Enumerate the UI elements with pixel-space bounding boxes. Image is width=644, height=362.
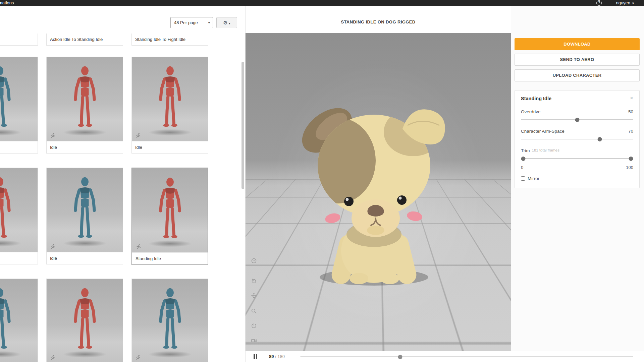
mannequin-figure [63, 175, 107, 244]
power-reset-icon[interactable] [251, 323, 257, 329]
animation-thumbnail [0, 168, 38, 252]
animation-thumbnail [132, 279, 208, 362]
animation-card[interactable]: Idle [46, 168, 123, 264]
send-to-aero-button[interactable]: SEND TO AERO [515, 54, 640, 66]
animation-card-partial[interactable]: Action Idle To Standing Idle [46, 34, 123, 46]
animation-thumbnail [0, 57, 38, 141]
frame-counter: 89 / 180 [269, 354, 285, 359]
arm-space-slider-handle[interactable] [597, 137, 602, 141]
export-panel: DOWNLOAD SEND TO AERO UPLOAD CHARACTER S… [511, 6, 644, 351]
run-animation-icon [50, 354, 56, 360]
pan-move-icon[interactable] [251, 293, 257, 299]
download-button[interactable]: DOWNLOAD [515, 38, 640, 50]
grid-settings-button[interactable]: ⚙▾ [216, 17, 237, 28]
arm-space-slider[interactable] [521, 137, 633, 141]
viewer-panel: STANDING IDLE ON DOG RIGGED [246, 6, 511, 351]
animation-card[interactable]: Idle [131, 57, 208, 154]
animation-card-partial[interactable]: Standing Idle To Fight Idle [131, 34, 208, 46]
animation-card-selected[interactable]: Standing Idle [131, 168, 208, 265]
animation-card-label: Action Idle To Standing Idle [50, 37, 103, 42]
animation-card[interactable] [46, 279, 123, 362]
viewer-title: STANDING IDLE ON DOG RIGGED [246, 6, 511, 33]
close-icon[interactable]: × [630, 96, 633, 101]
total-frames: 180 [277, 354, 285, 359]
run-animation-icon [135, 354, 141, 360]
animation-card[interactable] [0, 57, 38, 154]
trim-label: Trim [521, 148, 530, 153]
pause-button[interactable] [253, 354, 258, 359]
run-animation-icon [136, 244, 142, 250]
animation-thumbnail [47, 279, 123, 362]
settings-title: Standing Idle [521, 96, 551, 101]
chevron-down-icon: ▾ [208, 17, 210, 28]
viewport-toolbar [251, 309, 258, 345]
nav-animations-tab[interactable]: mations [0, 0, 14, 5]
trim-range-slider[interactable] [521, 157, 633, 161]
top-nav-bar: mations ? nguyen▼ [0, 0, 644, 6]
mannequin-figure [0, 64, 21, 133]
undo-icon[interactable] [251, 278, 257, 284]
arm-space-value: 70 [628, 129, 633, 134]
help-icon[interactable]: ? [596, 0, 602, 6]
animation-thumbnail [47, 57, 123, 141]
chevron-down-icon: ▾ [229, 21, 230, 25]
run-animation-icon [50, 243, 56, 249]
mannequin-figure [148, 286, 192, 355]
animation-card-label: Standing Idle [132, 252, 208, 264]
overdrive-slider-handle[interactable] [575, 118, 579, 122]
trim-start-handle[interactable] [521, 157, 525, 161]
animation-card[interactable] [0, 168, 38, 264]
username-label: nguyen [616, 0, 630, 5]
mannequin-figure [0, 286, 21, 355]
animation-card-label: Idle [47, 252, 123, 264]
mannequin-figure [148, 176, 192, 244]
animation-settings-card: Standing Idle × Overdrive 50 Character A… [515, 90, 640, 188]
animation-card-label [0, 141, 38, 153]
current-frame: 89 [269, 354, 274, 359]
user-menu[interactable]: nguyen▼ [616, 0, 635, 5]
run-animation-icon [135, 132, 141, 138]
animation-thumbnail [0, 279, 38, 362]
zoom-icon[interactable] [251, 308, 257, 314]
animation-card-label: Idle [47, 141, 123, 153]
animation-card-partial[interactable]: ight Idle [0, 34, 38, 46]
orbit-face-icon[interactable] [251, 258, 257, 264]
trim-max-value: 100 [626, 165, 633, 170]
mannequin-figure [63, 286, 107, 355]
character-model-dog [302, 94, 446, 288]
camera-icon[interactable] [251, 338, 257, 344]
mannequin-figure [0, 175, 21, 244]
viewport-canvas[interactable] [246, 33, 511, 351]
upload-character-button[interactable]: UPLOAD CHARACTER [515, 69, 640, 81]
list-scrollbar[interactable] [241, 62, 244, 189]
animation-card[interactable] [131, 279, 208, 362]
animation-card-label: Idle [132, 141, 208, 153]
animation-list-panel: ight Idle Action Idle To Standing Idle S… [0, 6, 246, 362]
per-page-value: 48 Per page [174, 20, 198, 25]
mannequin-figure [63, 64, 107, 133]
arm-space-label: Character Arm-Space [521, 129, 565, 134]
mannequin-figure [148, 64, 192, 133]
chevron-down-icon: ▼ [632, 2, 635, 5]
per-page-select[interactable]: 48 Per page ▾ [170, 17, 213, 28]
overdrive-value: 50 [628, 109, 633, 114]
trim-end-handle[interactable] [629, 157, 633, 161]
overdrive-label: Overdrive [521, 109, 541, 114]
mirror-checkbox[interactable] [521, 176, 525, 181]
animation-card-label [0, 252, 38, 264]
overdrive-slider[interactable] [521, 118, 633, 122]
run-animation-icon [50, 132, 56, 138]
animation-card[interactable]: Idle [46, 57, 123, 154]
animation-thumbnail [132, 168, 208, 252]
animation-thumbnail [47, 168, 123, 252]
animation-thumbnail [132, 57, 208, 141]
timeline-slider-handle[interactable] [398, 355, 402, 359]
trim-min-value: 0 [521, 165, 523, 170]
timeline-slider[interactable] [300, 356, 633, 357]
playback-bar: 89 / 180 [246, 351, 644, 362]
trim-total-frames: 181 total frames [532, 148, 559, 153]
grid-toolbar: 48 Per page ▾ ⚙▾ [0, 6, 245, 34]
animation-card[interactable] [0, 279, 38, 362]
frame-separator: / [275, 354, 276, 359]
gear-icon: ⚙ [223, 20, 227, 25]
